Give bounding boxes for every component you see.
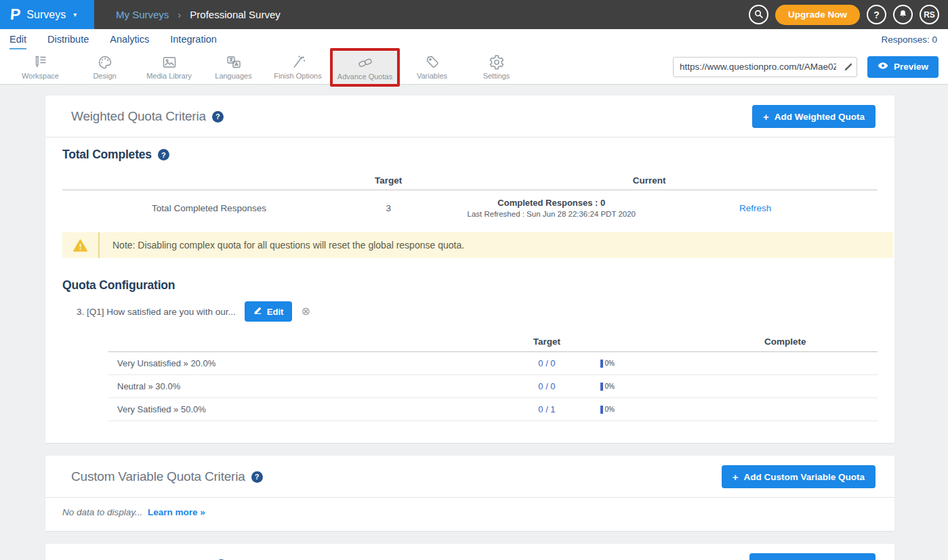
- total-completes-table: Target Current Total Completed Responses…: [62, 171, 878, 228]
- breadcrumb-my-surveys[interactable]: My Surveys: [116, 9, 169, 20]
- quota-configuration-table: Target Complete Very Unsatisfied » 20.0%…: [108, 332, 878, 421]
- responses-count: Responses: 0: [881, 35, 937, 45]
- image-icon: [161, 53, 178, 70]
- progress-percent: 0%: [604, 383, 614, 390]
- progress-bar: [600, 383, 603, 391]
- toolbar-item-workspace[interactable]: Workspace: [8, 53, 73, 80]
- column-header-target: Target: [493, 337, 601, 347]
- quota-question-row: 3. [Q1] How satisfied are you with our..…: [77, 301, 878, 322]
- completed-responses-value: Completed Responses : 0: [421, 198, 682, 208]
- tab-analytics[interactable]: Analytics: [110, 29, 149, 49]
- gear-icon: [489, 53, 505, 70]
- plus-icon: +: [733, 472, 739, 482]
- add-custom-variable-quota-button[interactable]: + Add Custom Variable Quota: [722, 465, 875, 488]
- toolbar-item-variables[interactable]: Variables: [400, 53, 464, 80]
- tab-edit[interactable]: Edit: [9, 29, 26, 49]
- toolbar-item-media-library[interactable]: Media Library: [137, 53, 201, 80]
- add-advanced-quota-button[interactable]: + Add Advanced Quota: [749, 553, 875, 560]
- edit-url-icon[interactable]: [840, 62, 857, 72]
- help-icon[interactable]: ?: [158, 149, 169, 160]
- add-custom-variable-quota-label: Add Custom Variable Quota: [743, 472, 865, 482]
- quota-row-very-unsatisfied: Very Unsatisfied » 20.0% 0 / 0 0%: [108, 352, 878, 375]
- product-switcher[interactable]: P Surveys ▾: [0, 0, 94, 29]
- chain-links-icon: [357, 54, 373, 71]
- product-name: Surveys: [26, 9, 66, 21]
- toolbar-right: Preview: [673, 56, 939, 78]
- warning-triangle-icon: [62, 232, 98, 258]
- tab-distribute[interactable]: Distribute: [47, 29, 89, 49]
- weighted-quota-body: Total Completes ? Target Current Total C…: [45, 137, 894, 443]
- add-weighted-quota-button[interactable]: + Add Weighted Quota: [752, 105, 875, 128]
- toolbar-item-label: Media Library: [146, 72, 192, 80]
- quota-option-label: Neutral » 30.0%: [108, 381, 493, 391]
- custom-variable-quota-title-text: Custom Variable Quota Criteria: [71, 469, 245, 484]
- help-icon[interactable]: ?: [212, 111, 224, 123]
- help-button[interactable]: ?: [867, 5, 886, 24]
- bell-icon: [898, 9, 908, 21]
- custom-variable-quota-card: Custom Variable Quota Criteria ? + Add C…: [45, 456, 894, 531]
- custom-variable-quota-title: Custom Variable Quota Criteria ?: [71, 469, 263, 484]
- progress-bar: [600, 406, 603, 414]
- breadcrumb-separator-icon: ›: [178, 9, 181, 20]
- toolbar-item-advance-quotas[interactable]: Advance Quotas: [333, 54, 397, 81]
- tab-integration[interactable]: Integration: [170, 29, 217, 49]
- quota-progress: 0%: [600, 360, 693, 368]
- wand-icon: [290, 53, 306, 70]
- quota-configuration-title: Quota Configuration: [62, 278, 878, 293]
- advanced-quota-header: Advanced Quota Control ? + Add Advanced …: [45, 544, 894, 560]
- chevron-down-icon: ▾: [73, 11, 77, 18]
- toolbar-item-settings[interactable]: Settings: [464, 53, 529, 80]
- survey-tab-bar: Edit Distribute Analytics Integration Re…: [0, 29, 948, 49]
- column-header-complete: Complete: [693, 337, 878, 347]
- workspace-icon: [33, 53, 49, 70]
- weighted-quota-header: Weighted Quota Criteria ? + Add Weighted…: [45, 95, 894, 137]
- toolbar-item-label: Variables: [417, 72, 447, 80]
- total-completed-responses-label: Total Completed Responses: [62, 203, 356, 213]
- current-status: Completed Responses : 0 Last Refreshed :…: [421, 198, 682, 218]
- upgrade-now-button[interactable]: Upgrade Now: [775, 5, 860, 25]
- plus-icon: +: [763, 112, 769, 122]
- survey-url-input[interactable]: [674, 62, 840, 72]
- progress-bar: [600, 360, 603, 368]
- translate-icon: [226, 53, 242, 70]
- quota-row-neutral: Neutral » 30.0% 0 / 0 0%: [108, 375, 878, 398]
- refresh-cell: Refresh: [682, 203, 829, 213]
- refresh-link[interactable]: Refresh: [739, 203, 771, 213]
- advanced-quota-title: Advanced Quota Control ?: [71, 557, 227, 560]
- search-button[interactable]: [749, 5, 768, 24]
- no-data-text: No data to display...: [62, 507, 142, 517]
- tag-icon: [424, 53, 440, 70]
- progress-percent: 0%: [604, 360, 614, 367]
- avatar[interactable]: RS: [920, 5, 939, 24]
- weighted-quota-title: Weighted Quota Criteria ?: [71, 109, 224, 124]
- advanced-quota-title-text: Advanced Quota Control: [71, 557, 209, 560]
- quota-option-label: Very Satisfied » 50.0%: [108, 404, 493, 414]
- breadcrumb-current-survey: Professional Survey: [190, 9, 280, 20]
- column-header-current: Current: [421, 175, 878, 186]
- notifications-button[interactable]: [893, 5, 913, 24]
- toolbar-item-label: Settings: [483, 72, 510, 80]
- weighted-quota-card: Weighted Quota Criteria ? + Add Weighted…: [45, 95, 894, 443]
- preview-button[interactable]: Preview: [867, 56, 939, 78]
- eye-icon: [878, 62, 888, 72]
- toolbar-item-languages[interactable]: Languages: [201, 53, 266, 80]
- custom-variable-quota-empty-state: No data to display... Learn more »: [45, 498, 894, 531]
- preview-label: Preview: [894, 62, 928, 72]
- total-completes-title: Total Completes ?: [62, 148, 878, 162]
- weighted-quota-title-text: Weighted Quota Criteria: [71, 109, 206, 124]
- quota-target-value: 0 / 1: [493, 404, 601, 414]
- toolbar-item-label: Workspace: [22, 72, 59, 80]
- column-header-target: Target: [356, 175, 421, 186]
- advance-quotas-annotation-box: Advance Quotas: [330, 48, 400, 87]
- target-value: 3: [356, 203, 421, 213]
- progress-percent: 0%: [604, 406, 614, 413]
- remove-quota-icon[interactable]: ⊗: [301, 306, 310, 317]
- toolbar-item-finish-options[interactable]: Finish Options: [266, 53, 330, 80]
- learn-more-link[interactable]: Learn more »: [148, 507, 205, 517]
- edit-quota-button[interactable]: Edit: [245, 301, 293, 322]
- quota-row-very-satisfied: Very Satisfied » 50.0% 0 / 1 0%: [108, 398, 878, 421]
- help-icon[interactable]: ?: [251, 471, 263, 483]
- edit-pencil-icon: [253, 306, 262, 317]
- toolbar-item-design[interactable]: Design: [73, 53, 137, 80]
- quota-option-label: Very Unsatisfied » 20.0%: [108, 358, 493, 368]
